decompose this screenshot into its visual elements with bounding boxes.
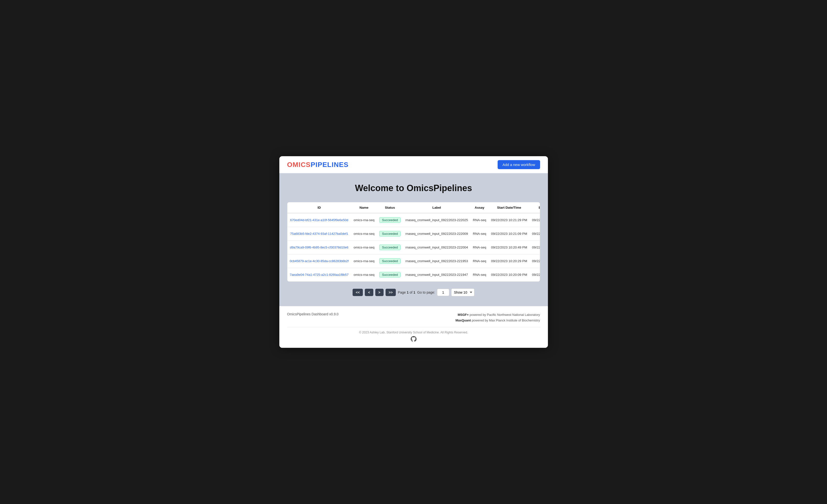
workflow-id-link[interactable]: 7aea9e04-74a1-4725-a2c1-826faa1f8b57 [290,273,349,276]
col-header-id: ID [287,202,351,213]
workflow-id-link[interactable]: 75a683b5-fde2-4374-93af-11427ba0def1 [290,232,348,236]
first-page-button[interactable]: << [352,289,363,296]
workflow-id-link[interactable]: 0cb45879-ac1e-4c30-85da-cc86283b6b2f [290,259,349,263]
main-content: Welcome to OmicsPipelines ID Name Status… [279,173,548,306]
workflows-table: ID Name Status Label Assay Start Date/Ti… [287,202,540,282]
cell-label: rnaseq_cromwell_input_09222023-222009 [403,227,471,241]
footer-version: OmicsPipelines Dashboard v0.9.0 [287,312,339,316]
workflow-id-link[interactable]: 670ed04d-bf21-431e-a10f-5645f9e6e50d [290,218,348,222]
current-page: 1 [407,291,409,294]
cell-name: omics-rna-seq [351,241,377,254]
cell-end: 09/22/2023 11:03:13 PM [530,268,540,282]
cell-id[interactable]: 7aea9e04-74a1-4725-a2c1-826faa1f8b57 [287,268,351,282]
cell-status: Succeeded [377,268,403,282]
cell-end: 09/22/2023 11:04:51 PM [530,241,540,254]
cell-end: 09/22/2023 11:01:31 PM [530,254,540,268]
cell-name: omics-rna-seq [351,268,377,282]
page-info: Page 1 of 1 [398,291,415,294]
go-to-label: Go to page: [417,291,435,294]
footer-credits: MSGF+ powered by Pacific Northwest Natio… [455,312,540,323]
cell-start: 09/22/2023 10:20:09 PM [489,268,530,282]
cell-label: rnaseq_cromwell_input_09222023-222004 [403,241,471,254]
cell-assay: RNA-seq [470,254,489,268]
cell-status: Succeeded [377,213,403,227]
cell-id[interactable]: d9a79ca9-09f6-4b95-8ec5-cf30378d10e6 [287,241,351,254]
cell-label: rnaseq_cromwell_input_09222023-221953 [403,254,471,268]
app-window: OMICSPIPELINES Add a new workflow Welcom… [279,156,548,348]
status-badge: Succeeded [379,231,400,237]
pagination: << < > >> Page 1 of 1 Go to page: Show 1… [287,289,540,296]
footer: OmicsPipelines Dashboard v0.9.0 MSGF+ po… [279,306,548,348]
col-header-name: Name [351,202,377,213]
table-header-row: ID Name Status Label Assay Start Date/Ti… [287,202,540,213]
cell-id[interactable]: 670ed04d-bf21-431e-a10f-5645f9e6e50d [287,213,351,227]
status-badge: Succeeded [379,258,400,264]
show-rows-select[interactable]: Show 10 Show 25 Show 50 [451,289,475,296]
github-icon[interactable] [287,336,540,343]
col-header-start: Start Date/Time [489,202,530,213]
footer-bottom: © 2023 Ashley Lab, Stanford University S… [287,331,540,343]
cell-status: Succeeded [377,227,403,241]
cell-status: Succeeded [377,254,403,268]
cell-id[interactable]: 0cb45879-ac1e-4c30-85da-cc86283b6b2f [287,254,351,268]
cell-label: rnaseq_cromwell_input_09222023-221947 [403,268,471,282]
col-header-status: Status [377,202,403,213]
table-row: 0cb45879-ac1e-4c30-85da-cc86283b6b2f omi… [287,254,540,268]
header: OMICSPIPELINES Add a new workflow [279,156,548,173]
next-page-button[interactable]: > [375,289,384,296]
workflows-table-wrapper: ID Name Status Label Assay Start Date/Ti… [287,202,540,282]
add-workflow-button[interactable]: Add a new workflow [498,160,540,169]
cell-start: 09/22/2023 10:21:29 PM [489,213,530,227]
cell-assay: RNA-seq [470,227,489,241]
cell-start: 09/22/2023 10:20:49 PM [489,241,530,254]
cell-end: 09/22/2023 11:04:22 PM [530,227,540,241]
logo: OMICSPIPELINES [287,161,349,169]
cell-start: 09/22/2023 10:21:09 PM [489,227,530,241]
cell-assay: RNA-seq [470,268,489,282]
logo-omics: OMICS [287,161,311,168]
cell-start: 09/22/2023 10:20:29 PM [489,254,530,268]
status-badge: Succeeded [379,272,400,278]
table-row: 75a683b5-fde2-4374-93af-11427ba0def1 omi… [287,227,540,241]
footer-top: OmicsPipelines Dashboard v0.9.0 MSGF+ po… [287,312,540,327]
cell-name: omics-rna-seq [351,213,377,227]
col-header-assay: Assay [470,202,489,213]
table-row: 670ed04d-bf21-431e-a10f-5645f9e6e50d omi… [287,213,540,227]
cell-end: 09/22/2023 11:03:13 PM [530,213,540,227]
status-badge: Succeeded [379,245,400,250]
cell-assay: RNA-seq [470,241,489,254]
cell-id[interactable]: 75a683b5-fde2-4374-93af-11427ba0def1 [287,227,351,241]
logo-pipelines: PIPELINES [310,161,348,168]
prev-page-button[interactable]: < [365,289,373,296]
credit-msgf: MSGF+ powered by Pacific Northwest Natio… [455,312,540,317]
cell-name: omics-rna-seq [351,254,377,268]
credit-maxquant: MaxQuant powered by Max Planck Institute… [455,318,540,323]
copyright: © 2023 Ashley Lab, Stanford University S… [287,331,540,334]
page-title: Welcome to OmicsPipelines [287,183,540,193]
col-header-end: End Date/Time [530,202,540,213]
cell-status: Succeeded [377,241,403,254]
table-row: d9a79ca9-09f6-4b95-8ec5-cf30378d10e6 omi… [287,241,540,254]
col-header-label: Label [403,202,471,213]
workflow-id-link[interactable]: d9a79ca9-09f6-4b95-8ec5-cf30378d10e6 [290,246,348,249]
go-to-input[interactable] [437,289,449,296]
last-page-button[interactable]: >> [386,289,396,296]
total-pages: 1 [414,291,415,294]
cell-label: rnaseq_cromwell_input_09222023-222025 [403,213,471,227]
cell-name: omics-rna-seq [351,227,377,241]
table-row: 7aea9e04-74a1-4725-a2c1-826faa1f8b57 omi… [287,268,540,282]
status-badge: Succeeded [379,217,400,223]
cell-assay: RNA-seq [470,213,489,227]
